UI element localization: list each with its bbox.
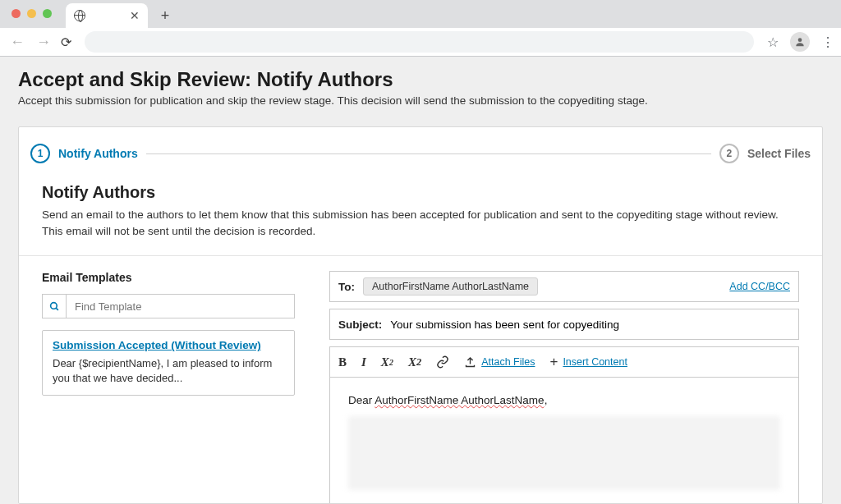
browser-tab[interactable]: ✕	[66, 3, 148, 28]
svg-line-2	[56, 308, 58, 310]
subject-field: Subject:	[329, 309, 799, 340]
stepper: 1 Notify Authors 2 Select Files	[19, 127, 822, 163]
window-close-button[interactable]	[11, 9, 21, 18]
bold-button[interactable]: B	[338, 355, 347, 369]
svg-point-0	[798, 38, 802, 42]
to-label: To:	[338, 281, 355, 293]
browser-toolbar: ← → ⟳ ☆ ⋮	[0, 28, 841, 56]
recipient-pill[interactable]: AuthorFirstName AuthorLastName	[363, 277, 538, 296]
person-icon	[794, 36, 806, 48]
italic-button[interactable]: I	[361, 355, 366, 369]
subject-input[interactable]	[390, 318, 790, 331]
browser-right-actions: ☆ ⋮	[767, 32, 833, 52]
link-icon	[436, 355, 449, 369]
template-title-link[interactable]: Submission Accepted (Without Review)	[53, 339, 284, 351]
svg-point-1	[50, 302, 57, 309]
tab-strip: ✕ +	[0, 0, 841, 28]
step-select-files[interactable]: 2 Select Files	[719, 144, 811, 163]
bookmark-icon[interactable]: ☆	[767, 34, 779, 50]
window-controls	[11, 9, 52, 18]
section-description: Send an email to the authors to let them…	[42, 207, 799, 239]
email-composer: Email Templates Submission Accepted (Wit…	[19, 256, 822, 504]
main-card: 1 Notify Authors 2 Select Files Notify A…	[18, 126, 823, 504]
upload-icon	[464, 356, 476, 369]
template-search	[42, 294, 295, 318]
templates-column: Email Templates Submission Accepted (Wit…	[42, 271, 295, 504]
section-title: Notify Authors	[42, 183, 799, 202]
subscript-button[interactable]: X2	[408, 355, 421, 369]
attach-files-label: Attach Files	[481, 356, 535, 368]
globe-icon	[74, 10, 85, 21]
column-title: Email Templates	[42, 271, 295, 284]
link-button[interactable]	[436, 355, 449, 369]
page-subtitle: Accept this submission for publication a…	[18, 94, 823, 107]
address-bar[interactable]	[85, 31, 754, 53]
forward-button[interactable]: →	[34, 34, 53, 51]
back-button[interactable]: ←	[8, 34, 26, 51]
subject-label: Subject:	[338, 318, 382, 331]
body-text-greeting-suffix: ,	[545, 394, 548, 406]
page-header: Accept and Skip Review: Notify Authors A…	[0, 57, 841, 126]
search-button[interactable]	[42, 294, 67, 318]
step-label: Notify Authors	[58, 147, 138, 160]
chrome-menu-button[interactable]: ⋮	[821, 34, 833, 50]
body-text-greeting-name: AuthorFirstName AuthorLastName	[375, 394, 544, 406]
body-text-greeting-prefix: Dear	[348, 394, 375, 406]
template-preview-text: Dear {$recipientName}, I am pleased to i…	[53, 356, 284, 386]
new-tab-button[interactable]: +	[154, 5, 176, 26]
template-item[interactable]: Submission Accepted (Without Review) Dea…	[42, 330, 295, 395]
step-label: Select Files	[747, 147, 811, 160]
step-connector	[146, 153, 711, 154]
page-title: Accept and Skip Review: Notify Authors	[18, 68, 823, 91]
insert-content-label: Insert Content	[563, 356, 627, 368]
attach-files-button[interactable]: Attach Files	[464, 356, 535, 369]
close-tab-icon[interactable]: ✕	[130, 10, 140, 21]
superscript-button[interactable]: X2	[381, 355, 393, 369]
step-number: 1	[30, 144, 50, 163]
step-number: 2	[719, 144, 739, 163]
redacted-body-content	[348, 416, 780, 490]
editor-toolbar: B I X2 X2 Attach Files + Insert Content	[329, 346, 799, 378]
browser-chrome: ✕ + ← → ⟳ ☆ ⋮	[0, 0, 841, 57]
plus-icon: +	[549, 354, 558, 370]
to-field: To: AuthorFirstName AuthorLastName Add C…	[329, 271, 799, 302]
profile-button[interactable]	[790, 32, 810, 52]
email-column: To: AuthorFirstName AuthorLastName Add C…	[329, 271, 799, 504]
template-search-input[interactable]	[67, 294, 295, 318]
page-body: Accept and Skip Review: Notify Authors A…	[0, 57, 841, 504]
insert-content-button[interactable]: + Insert Content	[549, 354, 627, 370]
add-cc-bcc-link[interactable]: Add CC/BCC	[729, 281, 790, 292]
notify-section: Notify Authors Send an email to the auth…	[19, 163, 822, 255]
search-icon	[49, 301, 60, 312]
email-body-editor[interactable]: Dear AuthorFirstName AuthorLastName,	[329, 378, 799, 504]
window-maximize-button[interactable]	[43, 9, 52, 18]
window-minimize-button[interactable]	[27, 9, 36, 18]
step-notify-authors[interactable]: 1 Notify Authors	[30, 144, 138, 163]
reload-button[interactable]: ⟳	[61, 34, 71, 50]
